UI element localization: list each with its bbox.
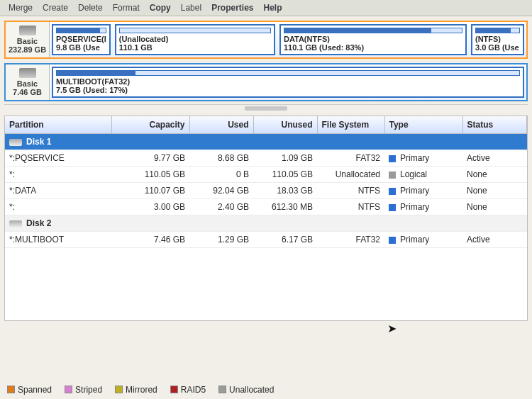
- menu-help[interactable]: Help: [263, 3, 282, 13]
- table-row[interactable]: *:110.05 GB0 B110.05 GBUnallocatedLogica…: [5, 167, 527, 183]
- table-row[interactable]: *:MULTIBOOT7.46 GB1.29 GB6.17 GBFAT32Pri…: [5, 232, 527, 248]
- partition-size: 110.1 GB (Used: 83%): [284, 43, 462, 52]
- cell-type: Logical: [384, 167, 462, 183]
- menu-bar[interactable]: MergeCreateDeleteFormatCopyLabelProperti…: [0, 0, 532, 16]
- menu-label[interactable]: Label: [181, 3, 201, 13]
- drive-icon: [9, 220, 22, 227]
- cell-type: Primary: [384, 199, 462, 215]
- cell-used: 1.29 GB: [189, 232, 253, 248]
- cell-fs: NTFS: [317, 183, 384, 199]
- partition-box[interactable]: MULTIBOOT(FAT32)7.5 GB (Used: 17%): [52, 67, 524, 98]
- cell-status: Active: [462, 150, 527, 167]
- partition-size: 7.5 GB (Used: 17%): [56, 86, 520, 94]
- table-row[interactable]: *:PQSERVICE9.77 GB8.68 GB1.09 GBFAT32Pri…: [5, 150, 527, 167]
- type-swatch-icon: [389, 155, 396, 162]
- type-swatch-icon: [389, 188, 396, 195]
- cell-status: None: [462, 167, 527, 183]
- cell-type: Primary: [384, 183, 462, 199]
- disk-group-header[interactable]: Disk 1: [5, 134, 527, 150]
- column-used[interactable]: Used: [189, 116, 253, 134]
- cell-fs: Unallocated: [317, 167, 384, 183]
- column-partition[interactable]: Partition: [5, 116, 111, 134]
- legend-swatch-icon: [115, 386, 123, 393]
- drive-icon: [9, 139, 22, 146]
- disk-label: Basic7.46 GB: [6, 64, 50, 100]
- legend-bar: SpannedStripedMirroredRAID5Unallocated: [7, 385, 274, 395]
- mouse-cursor: ➤: [387, 322, 397, 335]
- drive-icon: [19, 68, 36, 78]
- usage-bar: [284, 28, 462, 33]
- legend-mirrored: Mirrored: [115, 385, 157, 395]
- cell-status: Active: [462, 232, 527, 248]
- cell-fs: NTFS: [317, 199, 384, 215]
- partition-box[interactable]: (NTFS)3.0 GB (Use: [471, 24, 524, 55]
- disk-group-title: Disk 2: [26, 218, 51, 228]
- cell-cap: 110.07 GB: [111, 183, 189, 199]
- partition-table: PartitionCapacityUsedUnusedFile SystemTy…: [4, 116, 528, 321]
- cell-type: Primary: [384, 150, 462, 167]
- partition-name: PQSERVICE(I: [56, 35, 106, 43]
- cell-used: 92.04 GB: [189, 183, 253, 199]
- menu-merge[interactable]: Merge: [9, 3, 33, 13]
- legend-spanned: Spanned: [7, 385, 52, 395]
- legend-swatch-icon: [170, 386, 178, 393]
- cell-unused: 612.30 MB: [253, 199, 317, 215]
- cell-name: *:DATA: [5, 183, 111, 199]
- drive-icon: [19, 26, 36, 35]
- partition-box[interactable]: PQSERVICE(I9.8 GB (Use: [52, 24, 111, 55]
- legend-raid5: RAID5: [170, 385, 206, 395]
- menu-copy[interactable]: Copy: [150, 3, 171, 13]
- type-swatch-icon: [389, 204, 396, 211]
- table-row[interactable]: *:3.00 GB2.40 GB612.30 MBNTFSPrimaryNone: [5, 199, 527, 215]
- menu-properties[interactable]: Properties: [211, 3, 253, 13]
- column-status[interactable]: Status: [462, 116, 527, 134]
- disk-group-header[interactable]: Disk 2: [5, 215, 527, 232]
- table-row[interactable]: *:DATA110.07 GB92.04 GB18.03 GBNTFSPrima…: [5, 183, 527, 199]
- cell-name: *:: [5, 199, 111, 215]
- splitter-handle[interactable]: [4, 104, 528, 113]
- cell-status: None: [462, 199, 527, 215]
- menu-format[interactable]: Format: [113, 3, 140, 13]
- cell-unused: 6.17 GB: [253, 232, 317, 248]
- disk-label: Basic232.89 GB: [6, 22, 50, 57]
- legend-striped: Striped: [65, 385, 102, 395]
- cell-used: 2.40 GB: [189, 199, 253, 215]
- partition-size: 110.1 GB: [119, 43, 271, 52]
- cell-fs: FAT32: [317, 232, 384, 248]
- disk-basic: Basic: [17, 37, 38, 45]
- cell-cap: 3.00 GB: [111, 199, 189, 215]
- partition-name: MULTIBOOT(FAT32): [56, 77, 520, 86]
- cell-cap: 9.77 GB: [111, 150, 189, 167]
- type-swatch-icon: [389, 237, 396, 244]
- cell-name: *:MULTIBOOT: [5, 232, 111, 248]
- cell-cap: 110.05 GB: [111, 167, 189, 183]
- partition-name: (NTFS): [475, 35, 520, 43]
- cell-fs: FAT32: [317, 150, 384, 167]
- column-type[interactable]: Type: [384, 116, 462, 134]
- column-unused[interactable]: Unused: [253, 116, 317, 134]
- partition-size: 3.0 GB (Use: [475, 43, 520, 52]
- cell-type: Primary: [384, 232, 462, 248]
- column-file-system[interactable]: File System: [317, 116, 384, 134]
- usage-bar: [119, 28, 271, 33]
- menu-delete[interactable]: Delete: [78, 3, 103, 13]
- partition-box[interactable]: (Unallocated)110.1 GB: [115, 24, 275, 55]
- column-capacity[interactable]: Capacity: [111, 116, 189, 134]
- menu-create[interactable]: Create: [43, 3, 68, 13]
- legend-swatch-icon: [218, 386, 226, 393]
- cell-used: 0 B: [189, 167, 253, 183]
- cell-unused: 110.05 GB: [253, 167, 317, 183]
- cell-name: *:: [5, 167, 111, 183]
- usage-bar: [56, 28, 106, 33]
- cell-cap: 7.46 GB: [111, 232, 189, 248]
- cell-unused: 1.09 GB: [253, 150, 317, 167]
- usage-bar: [475, 28, 520, 33]
- disk-size: 232.89 GB: [9, 45, 46, 54]
- legend-swatch-icon: [65, 386, 72, 393]
- legend-unallocated: Unallocated: [218, 385, 274, 395]
- partition-box[interactable]: DATA(NTFS)110.1 GB (Used: 83%): [279, 24, 467, 55]
- disk-group-title: Disk 1: [26, 137, 51, 147]
- type-swatch-icon: [389, 172, 396, 179]
- partition-name: (Unallocated): [119, 35, 271, 43]
- cell-unused: 18.03 GB: [253, 183, 317, 199]
